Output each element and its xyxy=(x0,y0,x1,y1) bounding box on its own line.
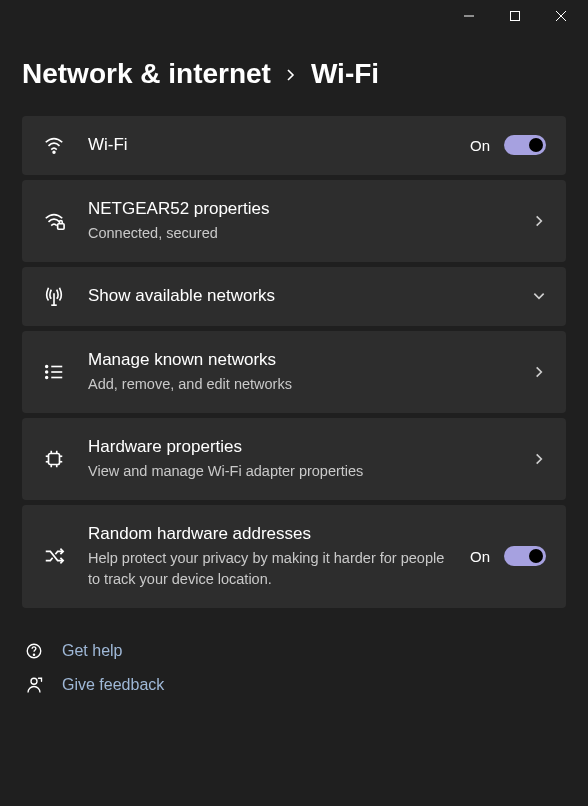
available-networks-title: Show available networks xyxy=(88,285,510,308)
svg-point-10 xyxy=(46,371,48,373)
known-networks-card[interactable]: Manage known networks Add, remove, and e… xyxy=(22,331,566,413)
wifi-icon xyxy=(42,134,66,156)
hardware-sub: View and manage Wi-Fi adapter properties xyxy=(88,461,510,482)
page-content: Network & internet Wi-Fi Wi-Fi On NETGEA… xyxy=(0,32,588,694)
list-icon xyxy=(42,361,66,383)
feedback-link[interactable]: Give feedback xyxy=(24,676,566,694)
minimize-button[interactable] xyxy=(446,0,492,32)
connection-properties-card[interactable]: NETGEAR52 properties Connected, secured xyxy=(22,180,566,262)
random-mac-card[interactable]: Random hardware addresses Help protect y… xyxy=(22,505,566,608)
svg-point-12 xyxy=(46,376,48,378)
hardware-properties-card[interactable]: Hardware properties View and manage Wi-F… xyxy=(22,418,566,500)
random-mac-toggle[interactable] xyxy=(504,546,546,566)
svg-point-25 xyxy=(31,678,37,684)
connection-title: NETGEAR52 properties xyxy=(88,198,510,221)
help-links: Get help Give feedback xyxy=(22,642,566,694)
random-mac-sub: Help protect your privacy by making it h… xyxy=(88,548,448,590)
close-button[interactable] xyxy=(538,0,584,32)
breadcrumb: Network & internet Wi-Fi xyxy=(22,44,566,90)
breadcrumb-current: Wi-Fi xyxy=(311,58,379,90)
get-help-label: Get help xyxy=(62,642,122,660)
known-networks-title: Manage known networks xyxy=(88,349,510,372)
svg-rect-1 xyxy=(511,12,520,21)
antenna-icon xyxy=(42,285,66,307)
chevron-right-icon xyxy=(532,452,546,466)
svg-rect-14 xyxy=(49,453,60,464)
shuffle-icon xyxy=(42,545,66,567)
wifi-secured-icon xyxy=(42,210,66,232)
wifi-toggle-state: On xyxy=(470,137,490,154)
feedback-icon xyxy=(24,676,44,694)
wifi-toggle-title: Wi-Fi xyxy=(88,134,448,157)
random-mac-title: Random hardware addresses xyxy=(88,523,448,546)
titlebar xyxy=(0,0,588,32)
chip-icon xyxy=(42,448,66,470)
chevron-right-icon xyxy=(532,365,546,379)
available-networks-card[interactable]: Show available networks xyxy=(22,267,566,326)
get-help-link[interactable]: Get help xyxy=(24,642,566,660)
wifi-toggle-switch[interactable] xyxy=(504,135,546,155)
svg-point-4 xyxy=(53,152,55,154)
wifi-toggle-card[interactable]: Wi-Fi On xyxy=(22,116,566,175)
chevron-down-icon xyxy=(532,289,546,303)
hardware-title: Hardware properties xyxy=(88,436,510,459)
random-mac-state: On xyxy=(470,548,490,565)
known-networks-sub: Add, remove, and edit networks xyxy=(88,374,510,395)
maximize-button[interactable] xyxy=(492,0,538,32)
svg-rect-5 xyxy=(58,224,64,230)
help-icon xyxy=(24,642,44,660)
svg-point-24 xyxy=(33,654,34,655)
breadcrumb-parent[interactable]: Network & internet xyxy=(22,58,271,90)
svg-point-8 xyxy=(46,365,48,367)
connection-status: Connected, secured xyxy=(88,223,510,244)
feedback-label: Give feedback xyxy=(62,676,164,694)
chevron-right-icon xyxy=(285,63,297,86)
chevron-right-icon xyxy=(532,214,546,228)
